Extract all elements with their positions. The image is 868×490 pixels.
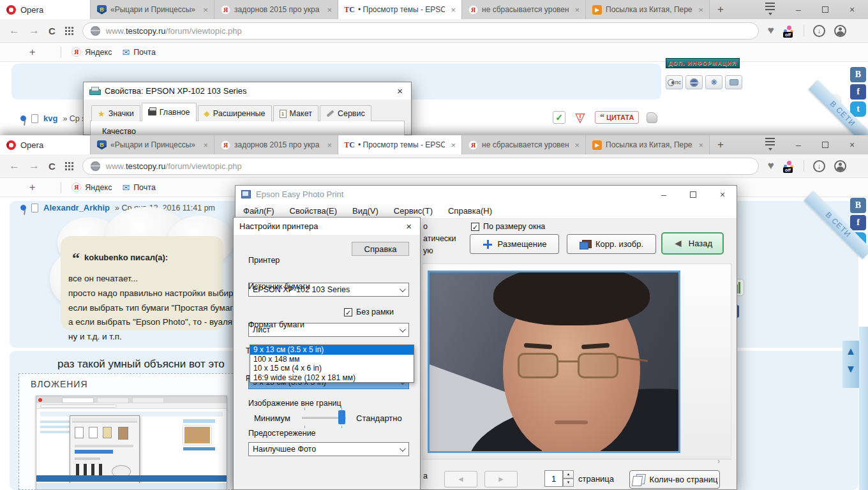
tab-close-icon[interactable]: × <box>201 5 210 15</box>
tab-close-icon[interactable]: × <box>325 140 334 150</box>
dropdown-option[interactable]: 16:9 wide size (102 x 181 мм) <box>250 373 414 383</box>
info-banner[interactable]: ДОП. ИНФОРМАЦИЯ <box>666 58 740 68</box>
maximize-icon[interactable] <box>690 191 696 198</box>
approve-icon[interactable]: ✓ <box>553 111 565 124</box>
tab-forum-active[interactable]: TC • Просмотр темы - EPSON × <box>338 0 462 19</box>
scroll-down-icon[interactable]: ▼ <box>846 361 857 378</box>
epp-titlebar[interactable]: Epson Easy Photo Print – × <box>236 186 737 203</box>
menu-properties[interactable]: Свойства(E) <box>290 206 337 216</box>
back-icon[interactable]: ← <box>9 160 20 172</box>
website-button[interactable] <box>685 75 703 89</box>
minimize-icon[interactable]: – <box>659 189 668 200</box>
close-icon[interactable]: × <box>848 4 857 15</box>
close-icon[interactable]: × <box>394 85 405 96</box>
new-tab-button[interactable]: + <box>710 135 731 154</box>
tab-forum-active[interactable]: TC • Просмотр темы - EPSON × <box>338 135 462 154</box>
dropdown-option[interactable]: 10 x 15 см (4 x 6 in) <box>250 364 414 373</box>
minimize-icon[interactable]: – <box>794 140 803 150</box>
spin-up-icon[interactable]: ▲ <box>563 470 574 479</box>
page-number-input[interactable] <box>544 470 563 487</box>
tab-maket[interactable]: 1Макет <box>273 105 318 121</box>
maximize-icon[interactable] <box>822 6 828 13</box>
reload-icon[interactable]: C <box>49 161 56 172</box>
close-icon[interactable]: × <box>403 221 414 232</box>
fit-window-row[interactable]: ✓ По размеру окна <box>471 222 545 231</box>
speed-dial-icon[interactable] <box>64 26 73 35</box>
post-author-link[interactable]: Alexandr_Arkhip <box>43 203 110 212</box>
scroll-up-icon[interactable]: ▲ <box>846 343 857 360</box>
minimize-icon[interactable]: – <box>794 4 803 15</box>
vk-icon[interactable]: В <box>850 67 866 82</box>
expand-strip-icon[interactable]: › <box>717 457 720 466</box>
attachment-thumbnail[interactable] <box>36 396 227 490</box>
menu-view[interactable]: Вид(V) <box>352 206 378 216</box>
tab-glavnoe[interactable]: Главное <box>142 103 197 121</box>
prev-page-button[interactable]: ◄ <box>444 471 477 487</box>
next-page-button[interactable]: ► <box>484 471 518 487</box>
report-icon[interactable]: ▽! <box>573 111 587 124</box>
maximize-icon[interactable] <box>822 142 828 148</box>
browser-menu-icon[interactable] <box>765 138 775 152</box>
tab-uroven[interactable]: Я не сбрасывается уровень × <box>462 0 586 19</box>
pm-button[interactable]: пс <box>666 75 683 89</box>
page-count-button[interactable]: Колич-во страниц <box>629 470 720 489</box>
forward-icon[interactable]: → <box>29 24 40 37</box>
borderless-row[interactable]: ✓ Без рамки <box>344 308 394 316</box>
expansion-slider-thumb[interactable] <box>338 410 345 424</box>
reload-icon[interactable]: C <box>49 26 56 36</box>
page-spinner[interactable]: ▲ ▼ <box>563 470 574 487</box>
facebook-icon[interactable]: f <box>850 84 866 100</box>
print-quality-select[interactable]: Наилучшее Фото <box>248 442 409 456</box>
borderless-checkbox[interactable]: ✓ <box>344 308 352 316</box>
close-icon[interactable]: × <box>718 189 727 200</box>
back-icon[interactable]: ← <box>9 24 20 37</box>
tab-rycari[interactable]: B «Рыцари и Принцессы» - × <box>91 0 214 19</box>
back-button[interactable]: ◄ Назад <box>661 232 724 255</box>
opera-menu-button[interactable]: Opera <box>0 0 91 19</box>
tab-rasshirennye[interactable]: ◆Расширенные <box>198 105 272 121</box>
extension-icon[interactable]: off <box>783 161 795 171</box>
tab-znachki[interactable]: ★Значки <box>91 105 140 121</box>
tab-zadornov[interactable]: Я задорнов 2015 про укра × <box>214 0 338 19</box>
bookmark-mail[interactable]: ✉Почта <box>122 47 155 57</box>
post-author-link[interactable]: kvg <box>43 114 57 123</box>
url-field[interactable]: www.testcopy.ru/forum/viewtopic.php <box>82 22 759 40</box>
dialog-titlebar[interactable]: Настройки принтера × <box>234 218 420 235</box>
downloads-icon[interactable]: ↓ <box>813 25 825 37</box>
downloads-icon[interactable]: ↓ <box>813 160 825 172</box>
gallery-button[interactable] <box>725 75 742 89</box>
bookmark-yandex[interactable]: ЯЯндекс <box>71 47 112 57</box>
tab-close-icon[interactable]: × <box>572 5 581 15</box>
speed-dial-icon[interactable] <box>64 161 73 170</box>
add-bookmark-button[interactable]: + <box>11 47 50 58</box>
profile-icon[interactable] <box>834 25 846 37</box>
bookmark-heart-icon[interactable]: ♥ <box>768 24 774 37</box>
url-field[interactable]: www.testcopy.ru/forum/viewtopic.php <box>82 158 759 175</box>
image-correction-button[interactable]: Корр. изобр. <box>567 234 656 254</box>
post-icon[interactable] <box>31 204 38 212</box>
placement-button[interactable]: Размещение <box>470 234 559 254</box>
extension-icon[interactable]: off <box>783 26 795 36</box>
tab-posylka[interactable]: ▶ Посылка из Китая, Перез × <box>586 135 710 154</box>
thumbs-up-icon[interactable] <box>647 112 657 123</box>
post-icon[interactable] <box>31 114 38 123</box>
profile-icon[interactable] <box>834 160 846 172</box>
tab-close-icon[interactable]: × <box>572 140 581 150</box>
tab-close-icon[interactable]: × <box>325 5 334 15</box>
tab-posylka[interactable]: ▶ Посылка из Китая, Перез × <box>586 0 710 19</box>
menu-file[interactable]: Файл(F) <box>243 206 274 216</box>
add-bookmark-button[interactable]: + <box>11 182 50 193</box>
opera-menu-button[interactable]: Opera <box>0 135 91 154</box>
bookmark-heart-icon[interactable]: ♥ <box>768 160 774 172</box>
icq-button[interactable]: ❋ <box>705 75 722 89</box>
browser-menu-icon[interactable] <box>765 3 775 17</box>
forward-icon[interactable]: → <box>29 160 40 172</box>
tab-close-icon[interactable]: × <box>201 140 210 150</box>
dropdown-option[interactable]: 9 x 13 см (3.5 x 5 in) <box>250 345 414 355</box>
tab-close-icon[interactable]: × <box>449 140 458 150</box>
help-button[interactable]: Справка <box>352 242 409 256</box>
tab-servis[interactable]: Сервис <box>320 105 371 121</box>
new-tab-button[interactable]: + <box>710 0 731 19</box>
dialog-titlebar[interactable]: Свойства: EPSON XP-102 103 Series × <box>84 82 411 100</box>
menu-service[interactable]: Сервис(Т) <box>394 206 433 216</box>
